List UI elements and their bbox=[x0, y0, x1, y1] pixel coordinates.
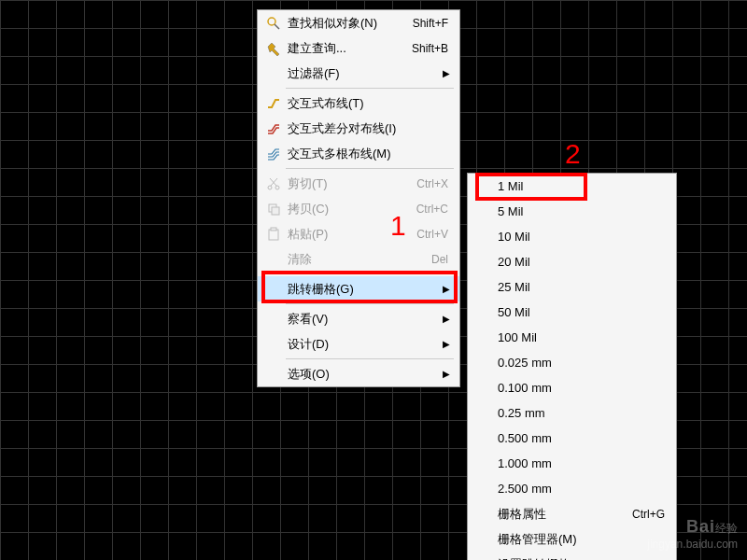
menu-item-cut[interactable]: 剪切(T) Ctrl+X bbox=[258, 171, 459, 196]
submenu-item-50mil[interactable]: 50 Mil bbox=[468, 300, 676, 325]
svg-rect-9 bbox=[271, 228, 276, 231]
paste-icon bbox=[261, 227, 286, 242]
submenu-item-10mil[interactable]: 10 Mil bbox=[468, 224, 676, 249]
submenu-item-25mil[interactable]: 25 Mil bbox=[468, 274, 676, 300]
menu-item-filter[interactable]: 过滤器(F) ▶ bbox=[258, 61, 459, 86]
menu-item-diff-pair-route[interactable]: 交互式差分对布线(I) bbox=[258, 116, 459, 141]
separator bbox=[286, 358, 454, 359]
svg-point-0 bbox=[268, 18, 275, 25]
menu-item-multi-route[interactable]: 交互式多根布线(M) bbox=[258, 141, 459, 166]
submenu-item-0100mm[interactable]: 0.100 mm bbox=[468, 375, 676, 400]
menu-item-options[interactable]: 选项(O) ▶ bbox=[258, 361, 459, 386]
separator bbox=[286, 88, 454, 89]
svg-rect-8 bbox=[269, 230, 278, 240]
watermark: Bai经验 jingyan.baidu.com bbox=[647, 516, 738, 553]
annotation-label-1: 1 bbox=[390, 210, 406, 242]
route-diff-icon bbox=[261, 121, 286, 136]
chevron-right-icon: ▶ bbox=[443, 369, 452, 379]
submenu-item-0025mm[interactable]: 0.025 mm bbox=[468, 350, 676, 375]
menu-item-snap-grid[interactable]: 跳转栅格(G) ▶ bbox=[258, 276, 459, 301]
svg-line-1 bbox=[275, 24, 279, 29]
submenu-item-2500mm[interactable]: 2.500 mm bbox=[468, 476, 676, 501]
submenu-item-grid-manager[interactable]: 栅格管理器(M) bbox=[468, 526, 676, 552]
menu-item-view[interactable]: 察看(V) ▶ bbox=[258, 306, 459, 331]
annotation-label-2: 2 bbox=[565, 138, 581, 170]
cut-icon bbox=[261, 176, 286, 191]
context-menu: 查找相似对象(N) Shift+F 建立查询... Shift+B 过滤器(F)… bbox=[257, 9, 460, 387]
separator bbox=[286, 168, 454, 169]
menu-item-find-similar[interactable]: 查找相似对象(N) Shift+F bbox=[258, 10, 459, 35]
svg-line-4 bbox=[271, 178, 277, 186]
menu-item-design[interactable]: 设计(D) ▶ bbox=[258, 331, 459, 357]
submenu-item-20mil[interactable]: 20 Mil bbox=[468, 249, 676, 274]
menu-item-build-query[interactable]: 建立查询... Shift+B bbox=[258, 35, 459, 61]
route-multi-icon bbox=[261, 147, 286, 161]
search-icon bbox=[261, 16, 286, 31]
svg-rect-7 bbox=[272, 207, 279, 215]
svg-line-5 bbox=[270, 178, 276, 186]
separator bbox=[286, 303, 454, 304]
menu-item-interactive-route[interactable]: 交互式布线(T) bbox=[258, 91, 459, 116]
copy-icon bbox=[261, 202, 286, 217]
separator bbox=[286, 273, 454, 274]
submenu-item-0500mm[interactable]: 0.500 mm bbox=[468, 426, 676, 451]
menu-item-paste[interactable]: 粘贴(P) Ctrl+V bbox=[258, 221, 459, 246]
menu-item-copy[interactable]: 拷贝(C) Ctrl+C bbox=[258, 196, 459, 221]
submenu-item-grid-props[interactable]: 栅格属性Ctrl+G bbox=[468, 501, 676, 526]
chevron-right-icon: ▶ bbox=[443, 68, 452, 78]
menu-item-clear[interactable]: 清除 Del bbox=[258, 246, 459, 272]
submenu-item-1000mm[interactable]: 1.000 mm bbox=[468, 451, 676, 476]
submenu-item-set-snap-grid[interactable]: 设置跳转栅格(G)Shift+Ctrl+G bbox=[468, 552, 676, 560]
submenu-item-025mm[interactable]: 0.25 mm bbox=[468, 400, 676, 426]
svg-point-3 bbox=[275, 186, 279, 189]
submenu-item-1mil[interactable]: 1 Mil bbox=[468, 174, 676, 199]
chevron-right-icon: ▶ bbox=[443, 339, 452, 349]
submenu-snap-grid: 1 Mil 5 Mil 10 Mil 20 Mil 25 Mil 50 Mil … bbox=[467, 173, 677, 560]
svg-point-2 bbox=[268, 186, 272, 189]
hammer-icon bbox=[261, 41, 286, 56]
submenu-item-100mil[interactable]: 100 Mil bbox=[468, 325, 676, 350]
chevron-right-icon: ▶ bbox=[443, 284, 452, 294]
chevron-right-icon: ▶ bbox=[443, 314, 452, 324]
submenu-item-5mil[interactable]: 5 Mil bbox=[468, 199, 676, 224]
route-icon bbox=[261, 96, 286, 111]
